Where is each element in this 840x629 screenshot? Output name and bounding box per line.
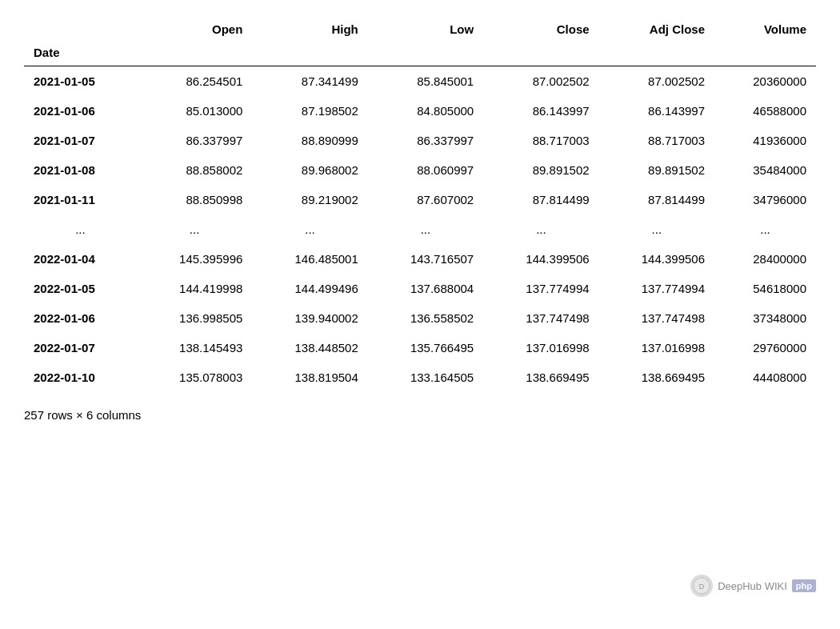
row-low: 84.805000 [368,96,483,126]
row-close: 137.016998 [483,333,598,363]
row-open: 86.337997 [137,126,252,155]
row-low: 86.337997 [368,126,483,155]
table-row: 2021-01-06 85.013000 87.198502 84.805000… [24,96,816,126]
row-date: 2021-01-06 [24,96,137,126]
row-high: 144.499496 [252,274,367,303]
row-high: 146.485001 [252,244,367,274]
row-open: 136.998505 [137,303,252,333]
row-volume: 54618000 [714,274,816,303]
row-adj-close: 138.669495 [599,363,714,392]
row-volume: 29760000 [714,333,816,363]
watermark-text: DeepHub WIKI [718,580,787,592]
table-row: 2021-01-11 88.850998 89.219002 87.607002… [24,185,816,214]
date-column-spacer [24,16,137,42]
ellipsis-adj-close: ... [599,214,714,244]
row-close: 86.143997 [483,96,598,126]
row-close: 88.717003 [483,126,598,155]
row-adj-close: 137.016998 [599,333,714,363]
row-high: 87.198502 [252,96,367,126]
row-open: 145.395996 [137,244,252,274]
ellipsis-date: ... [24,214,137,244]
row-volume: 37348000 [714,303,816,333]
row-close: 144.399506 [483,244,598,274]
open-column-header: Open [137,16,252,42]
row-low: 136.558502 [368,303,483,333]
row-high: 138.819504 [252,363,367,392]
row-date: 2021-01-11 [24,185,137,214]
row-close: 87.002502 [483,66,598,97]
ellipsis-close: ... [483,214,598,244]
row-close: 89.891502 [483,155,598,185]
row-close: 137.774994 [483,274,598,303]
row-date: 2022-01-10 [24,363,137,392]
row-close: 137.747498 [483,303,598,333]
row-adj-close: 137.747498 [599,303,714,333]
row-low: 143.716507 [368,244,483,274]
low-column-header: Low [368,16,483,42]
table-row: 2021-01-05 86.254501 87.341499 85.845001… [24,66,816,97]
ellipsis-low: ... [368,214,483,244]
row-open: 88.850998 [137,185,252,214]
row-high: 88.890999 [252,126,367,155]
watermark: D DeepHub WIKI php [690,575,816,597]
row-volume: 44408000 [714,363,816,392]
close-column-header: Close [483,16,598,42]
adj-close-column-header: Adj Close [599,16,714,42]
deephub-logo-svg: D [693,577,710,595]
row-close: 138.669495 [483,363,598,392]
high-column-header: High [252,16,367,42]
row-low: 133.164505 [368,363,483,392]
row-adj-close: 88.717003 [599,126,714,155]
ellipsis-open: ... [137,214,252,244]
row-low: 135.766495 [368,333,483,363]
row-adj-close: 87.814499 [599,185,714,214]
table-row: 2022-01-04 145.395996 146.485001 143.716… [24,244,816,274]
row-volume: 41936000 [714,126,816,155]
row-high: 139.940002 [252,303,367,333]
date-index-label-row: Date [24,42,816,66]
stock-data-table: Open High Low Close Adj Close Volume Dat… [24,16,816,392]
row-close: 87.814499 [483,185,598,214]
row-low: 137.688004 [368,274,483,303]
row-low: 88.060997 [368,155,483,185]
row-volume: 28400000 [714,244,816,274]
row-adj-close: 137.774994 [599,274,714,303]
column-header-row: Open High Low Close Adj Close Volume [24,16,816,42]
row-adj-close: 87.002502 [599,66,714,97]
row-open: 138.145493 [137,333,252,363]
ellipsis-row: ... ... ... ... ... ... ... [24,214,816,244]
row-volume: 35484000 [714,155,816,185]
ellipsis-volume: ... [714,214,816,244]
row-adj-close: 144.399506 [599,244,714,274]
row-low: 85.845001 [368,66,483,97]
row-adj-close: 89.891502 [599,155,714,185]
row-volume: 20360000 [714,66,816,97]
row-open: 135.078003 [137,363,252,392]
svg-text:D: D [699,583,705,591]
row-date: 2021-01-07 [24,126,137,155]
row-date: 2022-01-05 [24,274,137,303]
row-volume: 46588000 [714,96,816,126]
row-high: 87.341499 [252,66,367,97]
table-row: 2021-01-08 88.858002 89.968002 88.060997… [24,155,816,185]
row-date: 2021-01-08 [24,155,137,185]
row-date: 2022-01-04 [24,244,137,274]
row-adj-close: 86.143997 [599,96,714,126]
table-row: 2022-01-10 135.078003 138.819504 133.164… [24,363,816,392]
date-index-label: Date [24,42,137,66]
table-row: 2022-01-07 138.145493 138.448502 135.766… [24,333,816,363]
row-low: 87.607002 [368,185,483,214]
watermark-logo-icon: D [690,575,713,597]
row-count-label: 257 rows × 6 columns [24,408,816,422]
row-high: 89.219002 [252,185,367,214]
row-date: 2022-01-07 [24,333,137,363]
table-row: 2022-01-05 144.419998 144.499496 137.688… [24,274,816,303]
row-date: 2021-01-05 [24,66,137,97]
row-open: 88.858002 [137,155,252,185]
data-table-container: Open High Low Close Adj Close Volume Dat… [24,16,816,422]
row-date: 2022-01-06 [24,303,137,333]
table-row: 2022-01-06 136.998505 139.940002 136.558… [24,303,816,333]
php-badge: php [792,579,816,592]
row-open: 86.254501 [137,66,252,97]
row-volume: 34796000 [714,185,816,214]
